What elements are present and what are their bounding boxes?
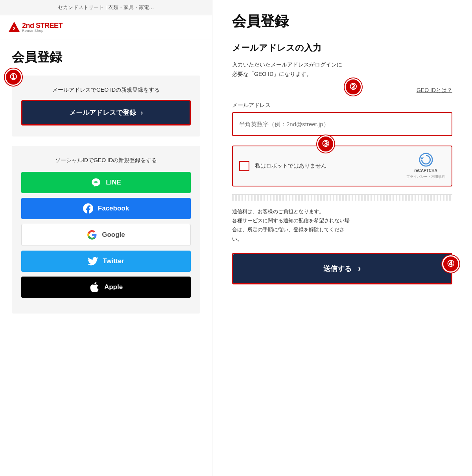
step-3-circle: ③ [317,135,334,153]
browser-tab: セカンドストリート | 衣類・家具・家電… [0,0,212,15]
logo-bar: 2 2nd STREET Reuse Shop [0,15,212,39]
left-content: 会員登録 ① メールアドレスでGEO IDの新規登録をする メールアドレスで登録… [0,39,212,323]
line-icon [91,177,101,188]
left-panel: セカンドストリート | 衣類・家具・家電… 2 2nd STREET Reuse… [0,0,212,476]
notice-text: 通信料は、お客様のご負担となります。 各種サービスに関する通知の配信を希望されな… [232,207,452,244]
page-title-left: 会員登録 [12,49,200,66]
submit-label: 送信する [323,264,352,273]
page-title-right: 会員登録 [232,12,452,31]
apple-login-button[interactable]: Apple [21,277,191,298]
facebook-login-button[interactable]: Facebook [21,198,191,219]
recaptcha-logo-icon [419,153,433,167]
email-input-wrapper [232,112,452,136]
step-4-circle: ④ [442,255,459,273]
social-section-box: ソーシャルIDでGEO IDの新規登録をする LINE Facebook [12,146,200,314]
email-input[interactable] [233,113,452,135]
logo-main: 2nd STREET [22,22,63,29]
twitter-icon [88,256,98,266]
step-1-circle: ① [5,68,22,86]
recaptcha-links-label: プライバシー・利用規約 [406,174,445,179]
email-section-label: メールアドレスでGEO IDの新規登録をする [21,87,191,94]
recaptcha-checkbox[interactable] [239,161,249,171]
twitter-login-button[interactable]: Twitter [21,251,191,272]
recaptcha-right: reCAPTCHA プライバシー・利用規約 [406,153,445,179]
logo-text: 2nd STREET Reuse Shop [22,22,63,33]
description-text: 入力いただいたメールアドレスがログインに必要な「GEO ID」になります。 [232,60,452,79]
submit-button-wrapper: 送信する › [232,253,452,284]
recaptcha-text: 私はロボットではありません [255,162,326,170]
google-login-button[interactable]: Google [21,224,191,246]
svg-text:2: 2 [13,26,16,31]
recaptcha-left: 私はロボットではありません [239,161,326,171]
right-panel: 会員登録 メールアドレスの入力 入力いただいたメールアドレスがログインに必要な「… [212,0,472,476]
email-section-box: ① メールアドレスでGEO IDの新規登録をする メールアドレスで登録 › [12,76,200,137]
geo-id-link[interactable]: GEO IDとは？ [232,87,452,94]
email-register-label: メールアドレスで登録 [69,108,136,117]
social-section-label: ソーシャルIDでGEO IDの新規登録をする [21,157,191,164]
email-register-arrow: › [141,109,143,117]
tab-title: セカンドストリート | 衣類・家具・家電… [58,4,154,10]
google-icon [87,230,97,240]
wavy-divider [232,194,452,201]
apple-icon [89,282,100,292]
section-title-right: メールアドレスの入力 [232,42,452,54]
logo: 2 2nd STREET Reuse Shop [8,21,63,33]
step-2-circle: ② [345,78,362,96]
submit-arrow-icon: › [358,264,361,274]
logo-icon: 2 [8,21,20,33]
submit-button[interactable]: 送信する › [233,254,451,283]
logo-sub: Reuse Shop [22,29,63,33]
recaptcha-container: 私はロボットではありません reCAPTCHA プライバシー・利用規約 [232,146,452,186]
email-register-button[interactable]: メールアドレスで登録 › [21,100,191,125]
line-login-button[interactable]: LINE [21,172,191,193]
recaptcha-brand-label: reCAPTCHA [414,168,437,173]
facebook-icon [83,203,93,214]
email-field-label: メールアドレス [232,102,452,109]
